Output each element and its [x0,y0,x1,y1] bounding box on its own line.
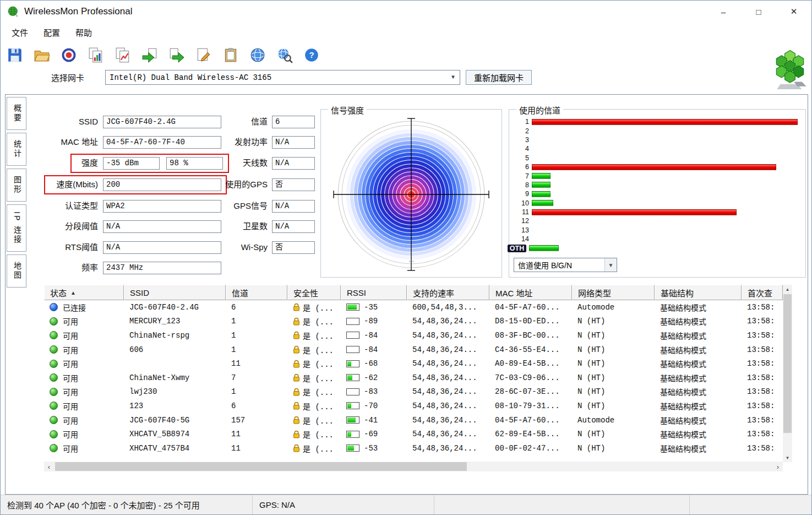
radar-note: ... [408,256,413,263]
lock-icon [293,373,300,382]
target-button[interactable] [58,45,80,66]
first-seen-cell: 13:58: [742,413,783,427]
scroll-down-icon[interactable]: ▼ [783,453,792,462]
web-search-button[interactable] [274,45,296,66]
reload-adapter-button[interactable]: 重新加载网卡 [466,70,532,85]
column-header-4[interactable]: RSSI [341,285,407,300]
ssid-cell: MERCURY_123 [124,315,226,329]
horizontal-scrollbar[interactable]: ‹ › [44,462,783,471]
channel-label: 10 [514,199,529,207]
satellites-label: 卫星数 [171,220,268,232]
column-header-9[interactable]: 首次查 [742,285,783,300]
table-row[interactable]: 可用MERCURY_1231是 (...-8954,48,36,24...D8-… [44,315,783,329]
channel-bar-track [532,236,798,242]
first-seen-cell: 13:58: [742,315,783,329]
clipboard-button[interactable] [220,45,242,66]
channel-bar-track [532,182,798,188]
app-icon [7,6,19,18]
channel-row: 6 [514,162,798,171]
copy-graph-button[interactable] [85,45,107,66]
horizontal-scroll-thumb[interactable] [55,462,467,471]
open-button[interactable] [31,45,53,66]
antennas-label: 天线数 [171,157,268,169]
security-cell: 是 (... [287,427,341,441]
minimize-button[interactable]: – [706,1,741,23]
column-header-0[interactable]: 状态▲ [44,285,124,300]
close-button[interactable]: ✕ [776,1,811,23]
channel-bar [532,209,737,215]
table-row[interactable]: 可用11是 (...-6854,48,36,24...A0-89-E4-5B..… [44,356,783,371]
globe-search-icon [276,47,293,63]
save-button[interactable] [4,45,26,66]
channel-bar-track [532,227,798,233]
status-cell: 可用 [44,315,124,329]
export-button[interactable] [166,45,188,66]
table-row[interactable]: 可用ChinaNet-Xwmy7是 (...-6254,48,36,24...7… [44,371,783,385]
freq-field: 2437 MHz [103,262,221,274]
channel-cell: 6 [226,399,287,413]
channel-bar-track [532,209,798,215]
rssi-bar [346,416,359,424]
export-icon [168,47,185,63]
channel-label: 11 [514,208,529,216]
rssi-cell: -69 [341,427,407,441]
column-header-1[interactable]: SSID [124,285,226,300]
help-button[interactable]: ? [301,45,323,66]
passmark-logo [771,49,809,93]
channel-bar [532,173,551,179]
column-header-2[interactable]: 信道 [226,285,287,300]
table-row[interactable]: 可用XHCATV_4757B411是 (...-5354,48,36,24...… [44,441,783,456]
mac-cell: 04-5F-A7-60... [489,413,572,427]
maximize-button[interactable]: □ [741,1,776,23]
channel-mode-select[interactable]: 信道使用 B/G/N ▼ [514,258,617,272]
channel-label: 2 [514,127,529,135]
channel-bar-track [532,155,798,161]
table-row[interactable]: 可用JCG-607F40-5G157是 (...-4154,48,36,24..… [44,413,783,427]
lock-icon [293,331,300,339]
copy-chart-button[interactable] [112,45,134,66]
strength-dbm-field: -35 dBm [103,157,160,170]
security-cell: 是 (... [287,413,341,427]
security-cell: 是 (... [287,385,341,399]
scroll-right-icon[interactable]: › [773,462,783,471]
menu-file[interactable]: 文件 [4,24,36,41]
channel-bar-track [532,137,798,143]
channel-bar-track [532,146,798,152]
table-row[interactable]: 可用lwj2301是 (...-8354,48,36,24...28-6C-07… [44,385,783,399]
adapter-select[interactable]: Intel(R) Dual Band Wireless-AC 3165 ▼ [105,70,460,85]
net-type-cell: N (HT) [572,356,655,371]
column-header-3[interactable]: 安全性 [287,285,341,300]
infrastructure-cell: 基础结构模式 [655,441,742,456]
table-row[interactable]: 可用1236是 (...-7054,48,36,24...08-10-79-31… [44,399,783,413]
infrastructure-cell: 基础结构模式 [655,315,742,329]
scroll-left-icon[interactable]: ‹ [44,462,54,471]
rssi-cell: -84 [341,328,407,343]
channel-usage-panel: 使用的信道 1234567891011121314OTH 信道使用 B/G/N … [509,109,806,278]
menu-help[interactable]: 帮助 [68,24,100,41]
mac-cell: 28-6C-07-3E... [489,385,572,399]
passmark-logo-icon [771,49,809,91]
table-row[interactable]: 可用6061是 (...-8454,48,36,24...C4-36-55-E4… [44,343,783,357]
column-header-7[interactable]: 网络类型 [572,285,655,300]
channel-row: 5 [514,154,798,162]
lock-icon [293,402,300,410]
scroll-up-icon[interactable]: ▲ [783,285,792,294]
edit-button[interactable] [193,45,215,66]
column-header-5[interactable]: 支持的速率 [407,285,489,300]
column-header-6[interactable]: MAC 地址 [489,285,572,300]
table-row[interactable]: 已连接JCG-607F40-2.4G6是 (...-35600,54,48,3.… [44,300,783,315]
chevron-down-icon: ▼ [604,258,617,272]
net-type-cell: N (HT) [572,427,655,441]
import-button[interactable] [139,45,161,66]
channel-cell: 6 [226,300,287,315]
channel-cell: 7 [226,371,287,385]
rssi-bar [346,318,359,325]
web-button[interactable] [247,45,269,66]
table-row[interactable]: 可用XHCATV_5B897411是 (...-6954,48,36,24...… [44,427,783,441]
menu-config[interactable]: 配置 [36,24,68,41]
column-header-8[interactable]: 基础结构 [655,285,742,300]
table-row[interactable]: 可用ChinaNet-rspg1是 (...-8454,48,36,24...0… [44,328,783,343]
vertical-scrollbar[interactable]: ▲ ▼ [783,285,792,462]
channel-row: 12 [514,216,798,225]
vertical-scroll-thumb[interactable] [783,294,792,433]
